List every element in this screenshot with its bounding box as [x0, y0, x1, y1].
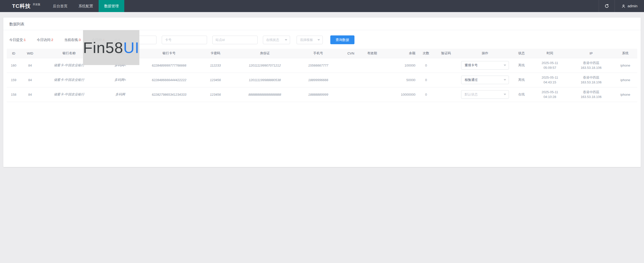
cell-code — [434, 87, 458, 102]
stat-today-ip: 今日IP:4 — [92, 38, 105, 42]
chevron-down-icon — [504, 65, 506, 66]
app-logo-text: TC科技 — [12, 3, 31, 10]
cell-status: 离线 — [512, 73, 531, 87]
cell-balance: 100000 — [384, 58, 418, 73]
cell-pwd: 112233 — [196, 58, 235, 73]
card-number-input[interactable] — [162, 36, 207, 44]
cell-time: 2025-05-1104:43:15 — [531, 73, 569, 87]
col-header-bank: 银行名称 — [40, 49, 98, 58]
cell-bank: 储蓄卡-中国农业银行 — [40, 73, 98, 87]
cell-pwd: 123456 — [196, 87, 235, 102]
cell-id: 159 — [7, 73, 20, 87]
data-table: ID WID 银行名称 姓名 银行卡号 卡密码 身份证 手机号 CVN 有效期 … — [7, 49, 637, 102]
col-header-pwd: 卡密码 — [196, 49, 235, 58]
navbar-right: admin — [599, 0, 644, 12]
cell-system: iphone — [613, 87, 637, 102]
cell-expiry — [360, 87, 384, 102]
cell-expiry — [360, 58, 384, 73]
site-id-input[interactable] — [212, 36, 258, 44]
chevron-down-icon — [504, 94, 506, 95]
col-header-status: 状态 — [512, 49, 531, 58]
refresh-icon — [605, 4, 609, 8]
col-header-cvn: CVN — [341, 49, 360, 58]
stat-today-submit: 今日提交:1 — [9, 38, 26, 42]
cell-card: 6228279865341234333 — [142, 87, 196, 102]
cell-cvn — [341, 87, 360, 102]
cell-idcard: 120111199988880538 — [235, 73, 295, 87]
cell-status: 离线 — [512, 58, 531, 73]
cell-idcard: 888888888888888888 — [235, 87, 295, 102]
cell-operation: 重填卡号 — [458, 58, 512, 73]
col-header-system: 系统 — [613, 49, 637, 58]
col-header-card: 银行卡号 — [142, 49, 196, 58]
operation-select[interactable]: 默认状态 — [461, 90, 509, 99]
nav-tab-system-config[interactable]: 系统配置 — [73, 0, 99, 12]
nav-tab-data-management[interactable]: 数据管理 — [99, 0, 124, 12]
user-menu[interactable]: admin — [615, 0, 644, 12]
col-header-expiry: 有效期 — [360, 49, 384, 58]
col-header-name: 姓名 — [98, 49, 142, 58]
table-row: 159 84 储蓄卡-中国农业银行 多码网< 62284866664444222… — [7, 73, 637, 87]
online-status-select[interactable]: 在线状态 — [263, 36, 290, 44]
query-data-button[interactable]: 查询数据 — [330, 35, 354, 44]
cell-time: 2025-05-1105:09:57 — [531, 58, 569, 73]
top-navbar: TC科技 开发版 后台首页 系统配置 数据管理 admin — [0, 0, 644, 12]
table-row: 158 84 储蓄卡-中国农业银行 多码网 622827986534123433… — [7, 87, 637, 102]
cell-phone: 15566667777 — [295, 58, 341, 73]
col-header-phone: 手机号 — [295, 49, 341, 58]
refresh-button[interactable] — [599, 0, 615, 12]
stat-current-online: 当前在线:3 — [64, 38, 81, 42]
panel-header: 数据列表 — [3, 18, 641, 30]
cell-code — [434, 58, 458, 73]
toolbar: 今日提交:1 今日访问:2 当前在线:3 今日IP:4 在线状态 选择模板 查询… — [3, 30, 641, 49]
table-header-row: ID WID 银行名称 姓名 银行卡号 卡密码 身份证 手机号 CVN 有效期 … — [7, 49, 637, 58]
col-header-id: ID — [7, 49, 20, 58]
cell-bank: 储蓄卡-中国农业银行 — [40, 58, 98, 73]
col-header-count: 次数 — [418, 49, 434, 58]
template-select[interactable]: 选择模板 — [297, 36, 323, 44]
cell-count: 0 — [418, 73, 434, 87]
username: admin — [628, 4, 638, 8]
cell-system: iphone — [613, 73, 637, 87]
chevron-down-icon — [317, 39, 320, 41]
operation-select[interactable]: 核验通过 — [461, 76, 509, 84]
cell-count: 0 — [418, 58, 434, 73]
nav-tab-dashboard[interactable]: 后台首页 — [47, 0, 73, 12]
cell-balance: 10000000 — [384, 87, 418, 102]
cell-card: 6228489999777766666 — [142, 58, 196, 73]
cell-name: 多码网< — [98, 73, 142, 87]
col-header-balance: 余额 — [384, 49, 418, 58]
cell-phone: 18899996666 — [295, 73, 341, 87]
col-header-operation: 操作 — [458, 49, 512, 58]
cell-name: 多码网< — [98, 58, 142, 73]
chevron-down-icon — [504, 79, 506, 81]
cell-ip: 香港中西區163.53.18.106 — [569, 73, 613, 87]
app-logo: TC科技 开发版 — [0, 0, 47, 12]
cell-id: 158 — [7, 87, 20, 102]
cell-code — [434, 73, 458, 87]
cell-pwd: 123456 — [196, 73, 235, 87]
cell-operation: 默认状态 — [458, 87, 512, 102]
col-header-idcard: 身份证 — [235, 49, 295, 58]
cell-id: 160 — [7, 58, 20, 73]
table-row: 160 84 储蓄卡-中国农业银行 多码网< 62284899997777666… — [7, 58, 637, 73]
cell-wid: 84 — [20, 58, 39, 73]
cell-ip: 香港中西區163.53.18.106 — [569, 87, 613, 102]
cell-system: iphone — [613, 58, 637, 73]
cell-time: 2025-05-1104:10:28 — [531, 87, 569, 102]
name-input[interactable] — [111, 36, 156, 44]
cell-status: 在线 — [512, 87, 531, 102]
col-header-time: 时间 — [531, 49, 569, 58]
cell-wid: 84 — [20, 73, 39, 87]
cell-cvn — [341, 73, 360, 87]
cell-ip: 香港中西區163.53.18.106 — [569, 58, 613, 73]
cell-card: 6228486666444422222 — [142, 73, 196, 87]
cell-idcard: 120111199907071212 — [235, 58, 295, 73]
stat-today-visit: 今日访问:2 — [37, 38, 53, 42]
chevron-down-icon — [285, 39, 287, 41]
operation-select[interactable]: 重填卡号 — [461, 61, 509, 70]
cell-bank: 储蓄卡-中国农业银行 — [40, 87, 98, 102]
cell-cvn — [341, 58, 360, 73]
cell-operation: 核验通过 — [458, 73, 512, 87]
col-header-wid: WID — [20, 49, 39, 58]
